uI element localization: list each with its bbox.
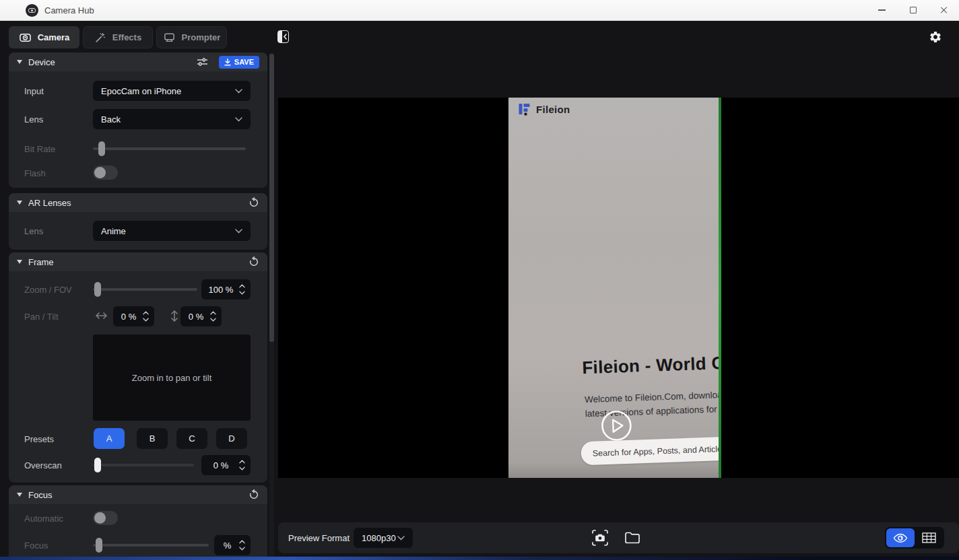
spin-up-icon[interactable] [239, 460, 245, 464]
folder-icon [624, 531, 640, 545]
chevron-left-icon [283, 34, 288, 40]
spin-up-icon[interactable] [239, 540, 245, 544]
chevron-down-icon [235, 89, 242, 94]
bitrate-slider-thumb[interactable] [98, 141, 105, 156]
zoom-fov-slider-thumb[interactable] [94, 282, 101, 297]
device-section: Device SAVE Inp [9, 53, 267, 188]
spin-up-icon[interactable] [210, 311, 216, 315]
collapse-sidebar-button[interactable] [277, 30, 289, 43]
ar-lens-label: Lens [24, 226, 43, 236]
chevron-down-icon [397, 536, 405, 540]
collapse-triangle-icon [17, 60, 22, 64]
minimize-button[interactable] [867, 0, 897, 20]
presets-label: Presets [24, 433, 54, 444]
overscan-spinner[interactable]: 0 % [201, 455, 251, 475]
focus-slider[interactable] [93, 538, 209, 553]
spin-down-icon[interactable] [143, 318, 149, 322]
frame-section-header[interactable]: Frame [9, 252, 267, 271]
overscan-slider-thumb[interactable] [94, 458, 101, 473]
device-section-header[interactable]: Device SAVE [9, 53, 267, 71]
input-dropdown[interactable]: EpocCam on iPhone [93, 81, 251, 101]
preview-format-value: 1080p30 [362, 533, 396, 543]
tab-camera-label: Camera [38, 32, 70, 42]
pan-spinner[interactable]: 0 % [113, 306, 154, 326]
snapshot-button[interactable] [587, 527, 614, 549]
tab-camera[interactable]: Camera [9, 26, 79, 48]
ar-lenses-section-header[interactable]: AR Lenses [9, 193, 267, 212]
frame-reset-button[interactable] [249, 256, 259, 267]
preset-b-label: B [150, 433, 156, 444]
preset-d-button[interactable]: D [216, 428, 247, 449]
spin-up-icon[interactable] [143, 311, 149, 315]
frame-section: Frame Zoom / FOV 100 % [9, 252, 267, 483]
close-button[interactable] [929, 0, 959, 20]
focus-section-header[interactable]: Focus [9, 485, 267, 504]
device-filter-button[interactable] [197, 57, 208, 67]
fileion-logo-icon [518, 102, 531, 116]
ar-lens-dropdown[interactable]: Anime [93, 221, 251, 241]
spin-down-icon[interactable] [239, 291, 245, 295]
search-bar: Search for Apps, Posts, and Articles [581, 436, 719, 465]
open-folder-button[interactable] [619, 527, 646, 549]
zoom-fov-spinner[interactable]: 100 % [201, 279, 251, 300]
fileion-brand: Fileion [518, 102, 570, 116]
tab-prompter[interactable]: Prompter [156, 26, 227, 48]
pan-tilt-label: Pan / Tilt [24, 312, 59, 322]
maximize-button[interactable] [898, 0, 928, 20]
spin-down-icon[interactable] [239, 547, 245, 551]
focus-section-title: Focus [28, 490, 52, 500]
collapse-triangle-icon [17, 260, 22, 264]
teleprompter-icon [163, 31, 176, 44]
minimize-icon [878, 9, 886, 11]
reset-icon [249, 489, 259, 500]
save-button[interactable]: SAVE [219, 56, 259, 69]
spin-up-icon[interactable] [239, 284, 245, 288]
preview-grid-button[interactable] [915, 528, 943, 547]
flash-toggle[interactable] [93, 166, 118, 180]
camera-hub-window: Camera Hub Camera Effects Prompter [0, 0, 959, 560]
tilt-spinner[interactable]: 0 % [180, 306, 222, 326]
preview-format-dropdown[interactable]: 1080p30 [354, 528, 413, 548]
preview-format-label: Preview Format [288, 533, 350, 543]
preset-c-button[interactable]: C [176, 428, 207, 449]
pan-value: 0 % [117, 312, 141, 322]
pan-tilt-area[interactable]: Zoom in to pan or tilt [93, 335, 251, 421]
tab-effects[interactable]: Effects [83, 26, 153, 48]
tilt-value: 0 % [184, 312, 208, 322]
device-lens-dropdown-value: Back [101, 114, 121, 125]
automatic-focus-toggle[interactable] [93, 511, 118, 525]
reset-icon [249, 197, 259, 208]
app-logo-icon [26, 4, 38, 17]
pan-tilt-hint: Zoom in to pan or tilt [132, 373, 212, 383]
gear-icon [929, 30, 942, 44]
overscan-value: 0 % [205, 460, 237, 470]
preset-b-button[interactable]: B [137, 428, 168, 449]
sidebar-scrollbar[interactable] [269, 53, 274, 560]
focus-spinner[interactable]: % [214, 535, 251, 555]
preview-eye-button[interactable] [886, 528, 915, 547]
device-lens-dropdown[interactable]: Back [93, 109, 251, 129]
desktop-wallpaper-sliver [0, 557, 959, 560]
overscan-slider[interactable] [93, 458, 194, 473]
collapse-triangle-icon [17, 201, 22, 205]
fileion-brand-name: Fileion [536, 104, 570, 115]
spin-down-icon[interactable] [239, 466, 245, 470]
zoom-fov-slider[interactable] [93, 282, 197, 297]
frame-section-title: Frame [28, 257, 54, 267]
focus-reset-button[interactable] [249, 489, 259, 500]
zoom-fov-value: 100 % [205, 285, 237, 295]
preset-a-button[interactable]: A [94, 428, 125, 449]
bitrate-label: Bit Rate [24, 144, 55, 154]
preset-a-label: A [106, 433, 112, 444]
input-dropdown-value: EpocCam on iPhone [101, 86, 181, 96]
bitrate-slider[interactable] [93, 141, 246, 156]
scrollbar-thumb[interactable] [269, 54, 274, 342]
settings-button[interactable] [928, 30, 943, 44]
phone-screen-capture: Fileion Fileion - World C Welcome to Fil… [508, 98, 719, 478]
ar-lenses-section-title: AR Lenses [28, 198, 71, 208]
close-icon [940, 6, 948, 14]
spin-down-icon[interactable] [210, 318, 216, 322]
save-button-label: SAVE [234, 58, 254, 66]
focus-slider-thumb[interactable] [96, 538, 102, 553]
ar-lenses-reset-button[interactable] [249, 197, 259, 208]
